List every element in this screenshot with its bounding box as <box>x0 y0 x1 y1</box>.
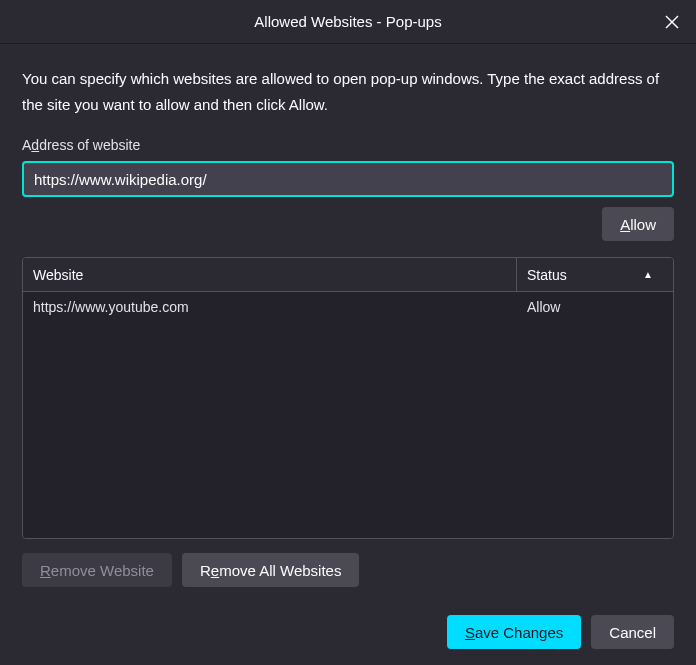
col-header-status-label: Status <box>527 267 567 283</box>
sort-arrow-icon: ▲ <box>643 269 653 280</box>
remove-website-text: emove Website <box>51 562 154 579</box>
remove-all-accesskey: e <box>211 562 219 579</box>
address-label: Address of website <box>22 137 674 153</box>
remove-buttons-row: Remove Website Remove All Websites <box>22 553 674 587</box>
close-icon <box>665 15 679 29</box>
label-post: dress of website <box>39 137 140 153</box>
remove-all-text: move All Websites <box>219 562 341 579</box>
cell-status: Allow <box>517 299 673 315</box>
label-pre: A <box>22 137 31 153</box>
table-body[interactable]: https://www.youtube.com Allow <box>23 292 673 538</box>
table-header: Website Status ▲ <box>23 258 673 292</box>
allow-button[interactable]: Allow <box>602 207 674 241</box>
col-header-website-label: Website <box>33 267 83 283</box>
dialog-content: You can specify which websites are allow… <box>0 44 696 665</box>
cancel-text: Cancel <box>609 624 656 641</box>
websites-table: Website Status ▲ https://www.youtube.com… <box>22 257 674 539</box>
titlebar: Allowed Websites - Pop-ups <box>0 0 696 44</box>
dialog-title: Allowed Websites - Pop-ups <box>254 13 441 30</box>
close-button[interactable] <box>658 8 686 36</box>
col-header-website[interactable]: Website <box>23 258 517 291</box>
remove-website-accesskey: R <box>40 562 51 579</box>
save-text: ave Changes <box>475 624 563 641</box>
label-accesskey: d <box>31 137 39 153</box>
table-row[interactable]: https://www.youtube.com Allow <box>23 292 673 322</box>
save-accesskey: S <box>465 624 475 641</box>
allow-row: Allow <box>22 207 674 241</box>
description-text: You can specify which websites are allow… <box>22 66 674 117</box>
address-input[interactable] <box>22 161 674 197</box>
footer-buttons: Save Changes Cancel <box>22 615 674 649</box>
address-input-wrap <box>22 161 674 197</box>
col-header-status[interactable]: Status ▲ <box>517 258 673 291</box>
remove-website-button: Remove Website <box>22 553 172 587</box>
cell-website: https://www.youtube.com <box>23 299 517 315</box>
remove-all-button[interactable]: Remove All Websites <box>182 553 359 587</box>
remove-all-pre: R <box>200 562 211 579</box>
cancel-button[interactable]: Cancel <box>591 615 674 649</box>
allow-accesskey: A <box>620 216 630 233</box>
allow-text: llow <box>630 216 656 233</box>
save-button[interactable]: Save Changes <box>447 615 581 649</box>
